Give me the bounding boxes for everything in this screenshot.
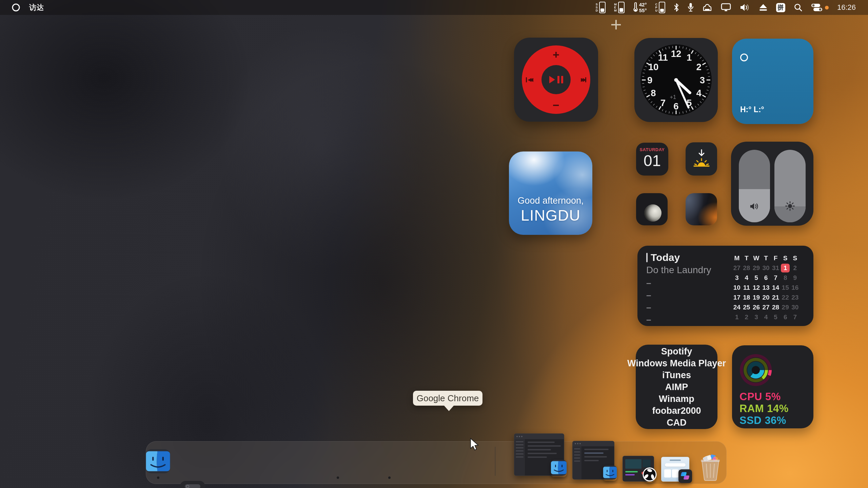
add-widget-button[interactable]: + [607, 15, 626, 34]
calendar-day-cell[interactable]: 27 [732, 263, 742, 273]
minimized-obs-window[interactable] [623, 456, 654, 482]
menu-bar-clock[interactable]: 16:26 [837, 3, 856, 12]
minimized-finder-window-1[interactable] [514, 433, 564, 476]
calendar-day-cell[interactable]: 19 [751, 292, 761, 302]
calendar-day-cell[interactable]: 20 [761, 292, 771, 302]
date-weekday: SATURDAY [636, 147, 668, 152]
volume-slider[interactable] [739, 150, 770, 222]
volume-down-button[interactable]: − [553, 99, 559, 112]
greeting-widget[interactable]: Good afternoon, LINGDU [509, 151, 592, 235]
dock-item-finder[interactable] [145, 449, 171, 475]
calendar-day-cell[interactable]: 10 [732, 283, 742, 292]
volume-icon[interactable] [739, 3, 750, 12]
brightness-slider[interactable] [774, 150, 806, 222]
calendar-day-cell[interactable]: 23 [790, 292, 800, 302]
mini-month-calendar[interactable]: MTWTFSS272829303112345678910111213141516… [732, 253, 800, 322]
calendar-day-cell[interactable]: 13 [761, 283, 771, 292]
calendar-day-cell[interactable]: 5 [771, 312, 781, 322]
next-track-button[interactable]: ▶▶ [581, 77, 586, 83]
copilot-badge-icon [678, 469, 692, 483]
calendar-day-cell[interactable]: 2 [742, 312, 752, 322]
media-players-widget[interactable]: SpotifyWindows Media PlayeriTunesAIMPWin… [636, 345, 717, 429]
player-item[interactable]: iTunes [662, 370, 691, 381]
minimized-copilot-window[interactable] [661, 457, 689, 482]
calendar-day-cell[interactable]: 28 [771, 302, 781, 312]
svg-text:+1: +1 [670, 94, 676, 100]
date-widget[interactable]: SATURDAY 01 [636, 143, 668, 176]
photo-widget[interactable] [686, 193, 717, 225]
click-wheel[interactable]: + − ◀◀ ▶▶ [522, 45, 590, 114]
calendar-day-cell[interactable]: 12 [751, 283, 761, 292]
calendar-day-cell[interactable]: 3 [751, 312, 761, 322]
calendar-day-cell[interactable]: 17 [732, 292, 742, 302]
dock-item-trash[interactable] [696, 453, 725, 482]
temp-bottom: 55° [639, 7, 647, 13]
calendar-day-cell[interactable]: 29 [751, 263, 761, 273]
temperature-indicator[interactable]: 42° 55° [633, 2, 647, 13]
calendar-day-cell[interactable]: 14 [771, 283, 781, 292]
microphone-icon[interactable] [688, 3, 694, 12]
calendar-day-cell[interactable]: 26 [751, 302, 761, 312]
player-item[interactable]: foobar2000 [652, 405, 701, 416]
dock-item-launchpad[interactable] [180, 481, 205, 488]
calendar-day-cell[interactable]: 31 [771, 263, 781, 273]
calendar-day-cell[interactable]: 7 [790, 312, 800, 322]
calendar-day-cell[interactable]: 15 [781, 283, 790, 292]
search-icon[interactable] [794, 3, 803, 12]
reminder-item[interactable]: Do the Laundry [646, 265, 711, 276]
previous-track-button[interactable]: ◀◀ [526, 77, 533, 83]
brightness-icon [785, 201, 795, 212]
calendar-day-cell[interactable]: 4 [742, 273, 752, 283]
bluetooth-icon[interactable] [674, 3, 679, 12]
weather-panel-widget[interactable]: H:° L:° [732, 39, 813, 124]
calendar-day-cell[interactable]: 2 [790, 263, 800, 273]
player-item[interactable]: CAD [667, 417, 687, 428]
calendar-day-cell[interactable]: 1 [732, 312, 742, 322]
apple-ring-logo-icon[interactable] [12, 3, 20, 12]
control-center[interactable] [811, 3, 829, 12]
calendar-day-cell[interactable]: 4 [761, 312, 771, 322]
calendar-day-cell[interactable]: 11 [742, 283, 752, 292]
analog-clock-widget[interactable]: 121234567891011 +1 [634, 38, 718, 122]
calendar-day-cell[interactable]: 6 [761, 273, 771, 283]
volume-up-button[interactable]: + [553, 48, 559, 61]
calendar-day-cell[interactable]: 7 [771, 273, 781, 283]
calendar-day-cell[interactable]: 22 [781, 292, 790, 302]
eject-icon[interactable] [759, 3, 768, 12]
pinyin-input-icon[interactable]: 拼 [776, 3, 785, 12]
display-icon[interactable] [721, 3, 731, 12]
media-wheel-widget[interactable]: + − ◀◀ ▶▶ [514, 38, 598, 122]
system-stats-widget[interactable]: CPU 5% RAM 14% SSD 36% [732, 345, 813, 428]
calendar-day-cell[interactable]: 29 [781, 302, 790, 312]
calendar-day-cell[interactable]: 5 [751, 273, 761, 283]
play-pause-button[interactable] [541, 65, 571, 94]
calendar-day-cell[interactable]: 27 [761, 302, 771, 312]
sunset-widget[interactable] [686, 142, 717, 176]
calendar-day-cell[interactable]: 18 [742, 292, 752, 302]
calendar-day-cell[interactable]: 21 [771, 292, 781, 302]
mem-meter[interactable]: MEM [614, 2, 625, 13]
player-item[interactable]: AIMP [665, 382, 688, 392]
calendar-day-cell[interactable]: 24 [732, 302, 742, 312]
calendar-day-cell[interactable]: 8 [781, 273, 790, 283]
cpu-meter[interactable]: CPU [655, 2, 665, 13]
active-app-name[interactable]: 访达 [29, 3, 44, 12]
ethernet-icon[interactable] [702, 3, 712, 12]
player-item[interactable]: Windows Media Player [627, 358, 726, 369]
calendar-day-cell[interactable]: 9 [790, 273, 800, 283]
calendar-day-cell[interactable]: 6 [781, 312, 790, 322]
calendar-day-cell[interactable]: 16 [790, 283, 800, 292]
minimized-finder-window-2[interactable] [572, 441, 614, 480]
reminders-calendar-widget[interactable]: Today Do the Laundry –––– MTWTFSS2728293… [637, 246, 813, 326]
calendar-day-cell[interactable]: 3 [732, 273, 742, 283]
player-item[interactable]: Spotify [661, 346, 692, 357]
player-item[interactable]: Winamp [659, 393, 694, 404]
calendar-day-cell[interactable]: 28 [742, 263, 752, 273]
calendar-day-cell[interactable]: 30 [790, 302, 800, 312]
calendar-today-cell[interactable]: 1 [781, 263, 790, 273]
calendar-weekday-header: W [751, 253, 761, 263]
calendar-day-cell[interactable]: 25 [742, 302, 752, 312]
moon-phase-widget[interactable] [636, 193, 668, 225]
ssd-meter[interactable]: SSD [596, 2, 606, 13]
calendar-day-cell[interactable]: 30 [761, 263, 771, 273]
